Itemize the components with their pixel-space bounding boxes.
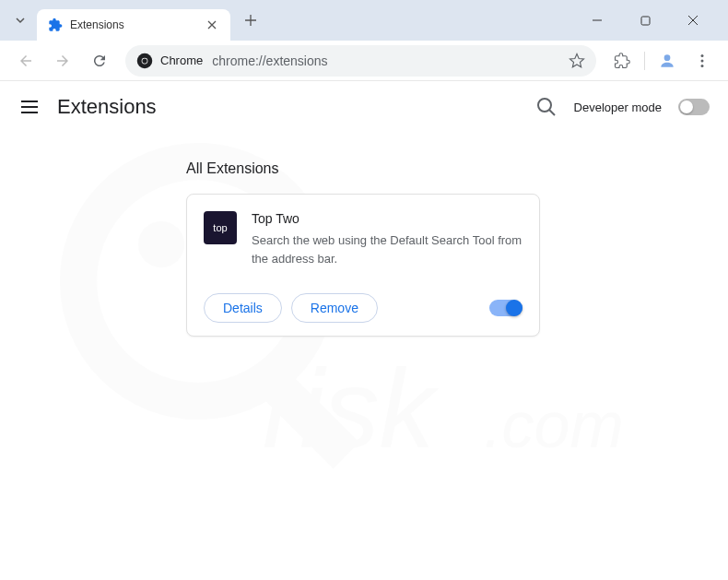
minimize-button[interactable] bbox=[581, 7, 614, 33]
search-button[interactable] bbox=[535, 96, 558, 118]
reload-icon bbox=[91, 53, 108, 69]
plus-icon bbox=[244, 14, 257, 27]
browser-tab[interactable]: Extensions bbox=[37, 9, 230, 41]
puzzle-icon bbox=[48, 18, 63, 32]
page-content: All Extensions top Top Two Search the we… bbox=[0, 133, 728, 364]
puzzle-outline-icon bbox=[614, 53, 630, 69]
tab-close-button[interactable] bbox=[205, 18, 219, 32]
svg-point-12 bbox=[701, 65, 704, 67]
back-button[interactable] bbox=[11, 46, 41, 76]
remove-button[interactable]: Remove bbox=[291, 293, 378, 323]
window-controls bbox=[581, 7, 721, 33]
svg-rect-1 bbox=[255, 364, 359, 468]
dots-vertical-icon bbox=[695, 53, 710, 68]
extension-name: Top Two bbox=[252, 211, 523, 226]
developer-mode-toggle[interactable] bbox=[678, 99, 710, 115]
svg-rect-5 bbox=[641, 17, 650, 25]
close-window-button[interactable] bbox=[676, 7, 710, 33]
page-title: Extensions bbox=[57, 95, 157, 119]
extensions-button[interactable] bbox=[607, 46, 637, 76]
address-bar[interactable]: Chrome chrome://extensions bbox=[125, 45, 596, 77]
arrow-left-icon bbox=[18, 53, 34, 69]
person-icon bbox=[658, 52, 676, 70]
minimize-icon bbox=[592, 15, 603, 26]
tab-search-dropdown[interactable] bbox=[7, 7, 33, 33]
profile-button[interactable] bbox=[652, 46, 682, 76]
tab-title: Extensions bbox=[70, 18, 205, 31]
chrome-logo-icon bbox=[136, 53, 153, 69]
svg-point-11 bbox=[701, 59, 704, 62]
page-header: Extensions Developer mode bbox=[0, 81, 728, 133]
extension-card: top Top Two Search the web using the Def… bbox=[186, 194, 540, 337]
details-button[interactable]: Details bbox=[204, 293, 282, 323]
svg-text:.com: .com bbox=[484, 389, 624, 461]
close-icon bbox=[687, 15, 699, 26]
arrow-right-icon bbox=[54, 53, 71, 69]
svg-text:risk: risk bbox=[263, 347, 440, 470]
maximize-icon bbox=[640, 16, 651, 26]
window-titlebar: Extensions bbox=[0, 0, 728, 41]
forward-button[interactable] bbox=[48, 46, 77, 76]
extension-enabled-toggle[interactable] bbox=[489, 300, 523, 316]
svg-point-9 bbox=[664, 54, 671, 61]
svg-point-10 bbox=[701, 54, 704, 57]
browser-toolbar: Chrome chrome://extensions bbox=[0, 41, 728, 81]
extension-description: Search the web using the Default Search … bbox=[252, 231, 523, 267]
developer-mode-label: Developer mode bbox=[574, 101, 662, 114]
address-url: chrome://extensions bbox=[212, 53, 569, 68]
toolbar-divider bbox=[644, 52, 645, 70]
hamburger-menu-button[interactable] bbox=[18, 96, 41, 118]
chevron-down-icon bbox=[15, 15, 26, 26]
svg-point-8 bbox=[142, 58, 147, 63]
extension-icon: top bbox=[204, 211, 237, 244]
new-tab-button[interactable] bbox=[238, 7, 264, 33]
bookmark-star-icon[interactable] bbox=[569, 53, 585, 69]
maximize-button[interactable] bbox=[628, 7, 662, 33]
close-icon bbox=[207, 20, 217, 30]
address-scheme-label: Chrome bbox=[160, 53, 203, 67]
svg-point-13 bbox=[538, 99, 551, 112]
menu-button[interactable] bbox=[687, 46, 717, 76]
reload-button[interactable] bbox=[85, 46, 114, 76]
section-title: All Extensions bbox=[186, 160, 710, 177]
